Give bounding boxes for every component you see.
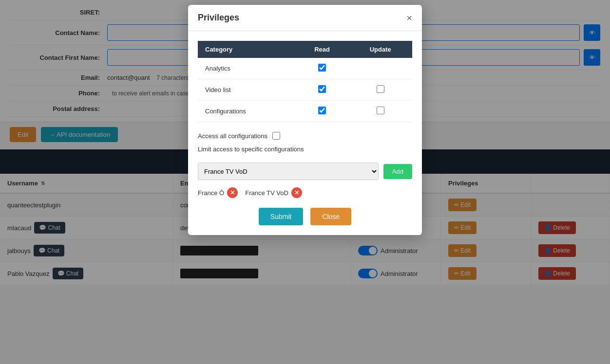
modal-actions: Submit Close	[198, 208, 412, 225]
config-select-row: France TV VoD France Ô Add	[198, 163, 412, 180]
modal-close-btn[interactable]: ×	[406, 13, 412, 23]
close-modal-btn[interactable]: Close	[310, 208, 351, 225]
config-tag-france-o: France Ô ✕	[198, 187, 238, 198]
update-videolist-checkbox[interactable]	[377, 85, 384, 93]
modal-title: Privileges	[198, 13, 239, 23]
col-update: Update	[348, 41, 412, 58]
privilege-row-videolist: Video list	[198, 79, 412, 101]
config-select[interactable]: France TV VoD France Ô	[198, 163, 379, 180]
limit-access-label: Limit access to specific configurations	[198, 146, 304, 153]
update-videolist	[348, 79, 412, 101]
read-configurations-checkbox[interactable]	[318, 107, 326, 114]
access-all-label: Access all configurations	[198, 132, 267, 140]
read-configurations	[296, 101, 349, 122]
limit-access-row: Limit access to specific configurations	[198, 146, 412, 153]
page-container: SIRET: Contact Name: 👁 Contact First Nam…	[0, 0, 610, 364]
col-read: Read	[296, 41, 349, 58]
read-analytics-checkbox[interactable]	[318, 64, 326, 72]
add-config-btn[interactable]: Add	[383, 164, 412, 179]
remove-france-o-btn[interactable]: ✕	[227, 187, 238, 198]
category-configurations: Configurations	[198, 101, 296, 122]
privilege-row-analytics: Analytics	[198, 58, 412, 79]
update-configurations	[348, 101, 412, 122]
update-analytics	[348, 58, 412, 79]
config-tags: France Ô ✕ France TV VoD ✕	[198, 187, 412, 198]
privileges-table: Category Read Update Analytics	[198, 41, 412, 122]
submit-btn[interactable]: Submit	[259, 208, 304, 225]
access-all-checkbox[interactable]	[272, 132, 280, 140]
read-videolist-checkbox[interactable]	[318, 85, 326, 93]
access-section: Access all configurations Limit access t…	[198, 132, 412, 153]
access-all-row: Access all configurations	[198, 132, 412, 140]
category-analytics: Analytics	[198, 58, 296, 79]
read-analytics	[296, 58, 349, 79]
modal-header: Privileges ×	[188, 5, 422, 31]
privileges-modal: Privileges × Category Read Update Analyt…	[188, 5, 422, 235]
col-category: Category	[198, 41, 296, 58]
modal-overlay: Privileges × Category Read Update Analyt…	[0, 0, 610, 364]
read-videolist	[296, 79, 349, 101]
category-videolist: Video list	[198, 79, 296, 101]
config-tag-france-tv-vod: France TV VoD ✕	[245, 187, 302, 198]
tag-label-france-o: France Ô	[198, 189, 224, 197]
modal-body: Category Read Update Analytics	[188, 31, 422, 235]
remove-france-tv-vod-btn[interactable]: ✕	[291, 187, 302, 198]
update-configurations-checkbox[interactable]	[377, 107, 384, 114]
tag-label-france-tv-vod: France TV VoD	[245, 189, 288, 197]
privilege-row-configurations: Configurations	[198, 101, 412, 122]
